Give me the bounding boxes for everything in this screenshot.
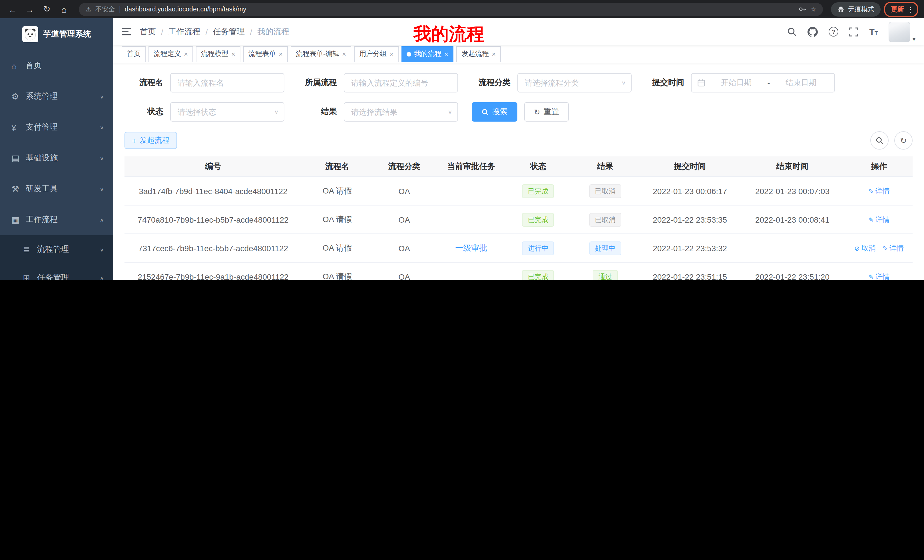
tab-process-form[interactable]: 流程表单× bbox=[243, 46, 288, 62]
avatar[interactable] bbox=[889, 21, 910, 42]
security-label[interactable]: 不安全 bbox=[95, 5, 115, 13]
fullscreen-icon[interactable] bbox=[849, 27, 859, 36]
tab-home[interactable]: 首页 bbox=[122, 46, 146, 62]
tabs-bar: 首页流程定义×流程模型×流程表单×流程表单-编辑×用户分组×我的流程×发起流程× bbox=[113, 45, 924, 63]
filter-status: 状态 ∨ bbox=[124, 102, 284, 121]
cell-status: 已完成 bbox=[507, 205, 570, 234]
cell-category: OA bbox=[373, 234, 436, 262]
status-select[interactable] bbox=[170, 102, 284, 121]
cell-id: 7317cec6-7b9b-11ec-b5b7-acde48001122 bbox=[124, 234, 302, 262]
column-header: 流程名 bbox=[302, 156, 373, 177]
incognito-icon bbox=[837, 5, 844, 13]
sidebar-item-label: 首页 bbox=[26, 60, 104, 71]
app-title: 芋道管理系统 bbox=[43, 29, 91, 39]
table-header-row: 编号流程名流程分类当前审批任务状态结果提交时间结束时间操作 bbox=[124, 156, 913, 177]
action-detail[interactable]: ✎详情 bbox=[868, 215, 890, 225]
update-label: 更新 bbox=[891, 5, 904, 13]
browser-back-button[interactable]: ← bbox=[6, 2, 20, 16]
search-button[interactable]: 搜索 bbox=[472, 102, 518, 121]
password-key-icon[interactable] bbox=[798, 5, 806, 13]
tab-process-form-edit[interactable]: 流程表单-编辑× bbox=[291, 46, 351, 62]
kebab-menu-icon[interactable]: ⋮ bbox=[907, 5, 914, 13]
cell-end-time: 2022-01-22 23:51:20 bbox=[739, 262, 846, 280]
start-process-button[interactable]: + 发起流程 bbox=[124, 132, 177, 149]
sidebar-item-task-management[interactable]: ⊞任务管理∧ bbox=[0, 264, 113, 280]
breadcrumb-item[interactable]: 首页 bbox=[140, 27, 156, 37]
hamburger-icon[interactable] bbox=[122, 27, 131, 36]
browser-home-button[interactable]: ⌂ bbox=[57, 2, 71, 16]
cell-process-name: OA 请假 bbox=[302, 262, 373, 280]
search-icon[interactable] bbox=[787, 27, 797, 36]
filter-row-2: 状态 ∨ 结果 ∨ bbox=[124, 102, 913, 121]
sidebar-item-payment[interactable]: ¥支付管理∨ bbox=[0, 112, 113, 143]
action-label: 详情 bbox=[876, 272, 890, 280]
tab-start-process[interactable]: 发起流程× bbox=[456, 46, 501, 62]
date-range-separator: - bbox=[768, 78, 770, 87]
sidebar-item-workflow[interactable]: ▦工作流程∧ bbox=[0, 204, 113, 235]
close-icon[interactable]: × bbox=[231, 50, 235, 58]
detail-icon: ✎ bbox=[868, 187, 873, 195]
close-icon[interactable]: × bbox=[184, 50, 188, 58]
action-detail[interactable]: ✎详情 bbox=[868, 186, 890, 196]
breadcrumb-separator: / bbox=[250, 27, 252, 36]
close-icon[interactable]: × bbox=[390, 50, 393, 58]
screen: ← → ↻ ⌂ ⚠ 不安全 | dashboard.yudao.iocoder.… bbox=[0, 0, 924, 280]
filter-submit-time: 提交时间 开始日期 - 结束日期 bbox=[645, 73, 835, 93]
breadcrumb-item[interactable]: 任务管理 bbox=[213, 27, 245, 37]
close-icon[interactable]: × bbox=[492, 50, 496, 58]
status-badge: 已完成 bbox=[522, 270, 554, 280]
help-icon[interactable]: ? bbox=[829, 27, 838, 36]
browser-update-button[interactable]: 更新 ⋮ bbox=[884, 1, 918, 17]
tab-process-definition[interactable]: 流程定义× bbox=[148, 46, 193, 62]
tab-label: 流程模型 bbox=[201, 49, 228, 59]
current-task-link[interactable]: 一级审批 bbox=[455, 243, 487, 252]
breadcrumb-item: 我的流程 bbox=[257, 27, 289, 37]
breadcrumb-item[interactable]: 工作流程 bbox=[168, 27, 201, 37]
cell-process-name: OA 请假 bbox=[302, 205, 373, 234]
gear-icon: ⚙ bbox=[11, 91, 26, 102]
github-icon[interactable] bbox=[808, 27, 818, 37]
bookmark-star-icon[interactable]: ☆ bbox=[810, 5, 816, 13]
active-dot-icon bbox=[406, 52, 411, 56]
close-icon[interactable]: × bbox=[342, 50, 346, 58]
category-select[interactable] bbox=[518, 73, 632, 93]
process-name-input[interactable] bbox=[170, 73, 284, 93]
app-logo[interactable]: 芋道管理系统 bbox=[0, 18, 113, 50]
parent-process-input[interactable] bbox=[344, 73, 458, 93]
cell-category: OA bbox=[373, 177, 436, 205]
toggle-search-button[interactable] bbox=[870, 131, 889, 150]
close-icon[interactable]: × bbox=[279, 50, 283, 58]
sidebar-item-process-management[interactable]: ≣流程管理∨ bbox=[0, 235, 113, 264]
result-select[interactable] bbox=[344, 102, 458, 121]
monitor-icon: ▤ bbox=[11, 153, 26, 163]
sidebar-item-devtools[interactable]: ⚒研发工具∨ bbox=[0, 174, 113, 204]
tab-process-model[interactable]: 流程模型× bbox=[196, 46, 240, 62]
table-row: 7317cec6-7b9b-11ec-b5b7-acde48001122OA 请… bbox=[124, 234, 913, 262]
tab-user-group[interactable]: 用户分组× bbox=[354, 46, 399, 62]
font-size-icon[interactable]: TT bbox=[870, 27, 878, 36]
user-menu[interactable]: ▾ bbox=[889, 21, 915, 42]
browser-forward-button[interactable]: → bbox=[23, 2, 36, 16]
sidebar-item-home[interactable]: ⌂首页 bbox=[0, 50, 113, 81]
cancel-icon: ⊘ bbox=[854, 245, 860, 252]
tab-label: 首页 bbox=[127, 49, 141, 59]
tab-my-process[interactable]: 我的流程× bbox=[402, 46, 453, 62]
reset-button[interactable]: ↻ 重置 bbox=[524, 102, 569, 121]
action-detail[interactable]: ✎详情 bbox=[883, 244, 904, 253]
cell-process-name: OA 请假 bbox=[302, 234, 373, 262]
action-label: 详情 bbox=[890, 244, 904, 253]
action-detail[interactable]: ✎详情 bbox=[868, 272, 890, 280]
browser-reload-button[interactable]: ↻ bbox=[40, 2, 54, 16]
cell-result: 通过 bbox=[570, 262, 640, 280]
sidebar-item-label: 研发工具 bbox=[26, 184, 100, 194]
action-cancel[interactable]: ⊘取消 bbox=[854, 244, 876, 253]
sidebar-item-infrastructure[interactable]: ▤基础设施∨ bbox=[0, 143, 113, 174]
url-text[interactable]: dashboard.yudao.iocoder.cn/bpm/task/my bbox=[125, 6, 246, 13]
font-size-large: T bbox=[870, 27, 874, 36]
refresh-table-button[interactable]: ↻ bbox=[894, 131, 913, 150]
close-icon[interactable]: × bbox=[444, 50, 448, 58]
address-bar[interactable]: ⚠ 不安全 | dashboard.yudao.iocoder.cn/bpm/t… bbox=[79, 3, 823, 16]
date-range-picker[interactable]: 开始日期 - 结束日期 bbox=[691, 73, 835, 93]
sidebar-item-system[interactable]: ⚙系统管理∨ bbox=[0, 81, 113, 112]
sidebar-item-label: 基础设施 bbox=[26, 153, 100, 163]
